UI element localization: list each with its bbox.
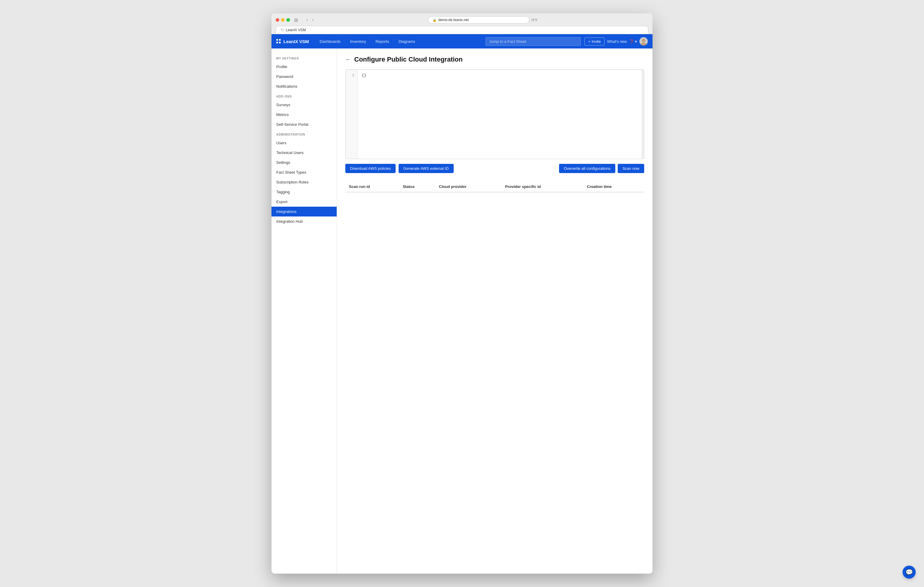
page-title: Configure Public Cloud Integration	[354, 56, 463, 63]
content-area: ← Configure Public Cloud Integration 1 {…	[337, 48, 652, 574]
generate-aws-external-id-button[interactable]: Generate AWS external ID	[399, 164, 454, 173]
code-content[interactable]: {}	[358, 69, 644, 159]
close-button[interactable]	[276, 18, 279, 22]
brand-label: LeanIX VSM	[284, 39, 309, 44]
sidebar: MY SETTINGS Profile Password Notificatio…	[272, 48, 337, 574]
main-layout: MY SETTINGS Profile Password Notificatio…	[272, 48, 652, 574]
sidebar-item-tagging[interactable]: Tagging	[272, 187, 337, 197]
scan-table-header-row: Scan run id Status Cloud provider Provid…	[345, 181, 644, 192]
line-numbers: 1	[346, 69, 358, 159]
forward-nav-button[interactable]: ›	[311, 16, 315, 23]
back-nav-button[interactable]: ‹	[305, 16, 309, 23]
svg-point-0	[642, 39, 645, 42]
nav-actions: + Invite What's new ❓ ▾	[584, 37, 648, 46]
help-icon: ❓	[629, 39, 634, 44]
lock-icon: 🔒	[432, 18, 437, 22]
chat-icon: 💬	[906, 569, 913, 576]
help-chevron-icon: ▾	[635, 39, 637, 44]
minimize-button[interactable]	[281, 18, 285, 22]
browser-nav: ‹ ›	[305, 16, 315, 23]
action-buttons: Download AWS policies Generate AWS exter…	[345, 164, 644, 173]
sidebar-item-self-service-portal[interactable]: Self-Service Portal	[272, 120, 337, 129]
address-bar-container: 🔒 demo-de.leanix.net ↺ +	[317, 16, 648, 23]
addons-section-label: ADD-ONS	[272, 91, 337, 100]
back-button[interactable]: ←	[345, 56, 351, 63]
btn-right-group: Overwrite all configurations Scan now	[559, 164, 644, 173]
col-creation-time: Creation time	[584, 181, 644, 192]
sidebar-item-integrations[interactable]: Integrations	[272, 207, 337, 217]
sidebar-toggle-button[interactable]: ⊞	[292, 16, 300, 23]
col-scan-run-id: Scan run id	[345, 181, 399, 192]
sidebar-item-export[interactable]: Export	[272, 197, 337, 207]
nav-inventory[interactable]: Inventory	[345, 34, 371, 48]
whats-new-button[interactable]: What's new	[607, 39, 627, 44]
sidebar-item-notifications[interactable]: Notifications	[272, 82, 337, 91]
download-aws-policies-button[interactable]: Download AWS policies	[345, 164, 396, 173]
brand-dots-icon	[276, 39, 281, 44]
address-bar[interactable]: 🔒 demo-de.leanix.net	[428, 16, 529, 23]
traffic-lights	[276, 18, 290, 22]
avatar-image	[639, 37, 648, 46]
new-tab-button[interactable]: +	[535, 17, 538, 23]
help-button[interactable]: ❓ ▾	[629, 39, 637, 44]
my-settings-section-label: MY SETTINGS	[272, 53, 337, 62]
overwrite-all-configurations-button[interactable]: Overwrite all configurations	[559, 164, 615, 173]
sidebar-item-technical-users[interactable]: Technical Users	[272, 148, 337, 158]
sidebar-item-metrics[interactable]: Metrics	[272, 110, 337, 120]
sidebar-item-users[interactable]: Users	[272, 138, 337, 148]
sidebar-item-integration-hub[interactable]: Integration Hub	[272, 217, 337, 226]
col-provider-specific-id: Provider specific id	[502, 181, 584, 192]
nav-diagrams[interactable]: Diagrams	[394, 34, 420, 48]
sidebar-item-settings[interactable]: Settings	[272, 158, 337, 168]
refresh-button[interactable]: ↺	[531, 18, 535, 22]
nav-search-container	[485, 37, 581, 46]
editor-scrollbar[interactable]	[642, 69, 644, 159]
scan-table: Scan run id Status Cloud provider Provid…	[345, 181, 644, 192]
sidebar-item-subscription-roles[interactable]: Subscription Roles	[272, 177, 337, 187]
nav-links: Dashboards Inventory Reports Diagrams	[315, 34, 420, 48]
code-editor[interactable]: 1 {}	[345, 69, 644, 159]
page-header: ← Configure Public Cloud Integration	[345, 56, 644, 63]
tab-shield-icon: 🛡	[281, 28, 284, 32]
brand-logo[interactable]: LeanIX VSM	[276, 39, 309, 44]
col-status: Status	[399, 181, 436, 192]
browser-tab[interactable]: 🛡 LeanIX VSM	[276, 26, 648, 34]
fullscreen-button[interactable]	[286, 18, 290, 22]
sidebar-item-profile[interactable]: Profile	[272, 62, 337, 72]
top-nav: LeanIX VSM Dashboards Inventory Reports …	[272, 34, 652, 48]
url-text: demo-de.leanix.net	[439, 18, 469, 22]
code-editor-inner: 1 {}	[346, 69, 644, 159]
sidebar-item-password[interactable]: Password	[272, 72, 337, 82]
chat-bubble-button[interactable]: 💬	[903, 566, 916, 579]
col-cloud-provider: Cloud provider	[436, 181, 502, 192]
nav-reports[interactable]: Reports	[371, 34, 394, 48]
invite-button[interactable]: + Invite	[584, 38, 605, 46]
scan-table-header: Scan run id Status Cloud provider Provid…	[345, 181, 644, 192]
sidebar-item-fact-sheet-types[interactable]: Fact Sheet Types	[272, 168, 337, 177]
search-input[interactable]	[485, 37, 581, 46]
scan-now-button[interactable]: Scan now	[618, 164, 644, 173]
sidebar-item-surveys[interactable]: Surveys	[272, 100, 337, 110]
administration-section-label: ADMINISTRATION	[272, 129, 337, 138]
tab-label: LeanIX VSM	[286, 28, 306, 32]
nav-dashboards[interactable]: Dashboards	[315, 34, 345, 48]
line-number-1: 1	[348, 73, 354, 77]
avatar[interactable]	[639, 37, 648, 46]
svg-point-1	[640, 43, 647, 46]
